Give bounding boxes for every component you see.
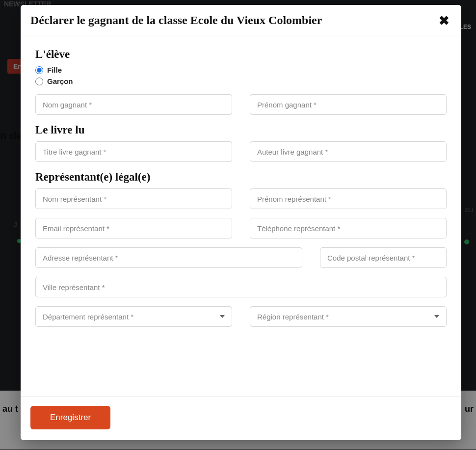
- section-rep-heading: Représentant(e) légal(e): [35, 171, 447, 184]
- modal-title: Déclarer le gagnant de la classe Ecole d…: [30, 14, 322, 27]
- modal-header: Déclarer le gagnant de la classe Ecole d…: [21, 5, 461, 35]
- rep-region-select[interactable]: Région représentant *: [250, 306, 447, 327]
- save-button[interactable]: Enregistrer: [30, 406, 110, 429]
- gender-radio-group: Fille Garçon: [35, 66, 447, 85]
- close-icon[interactable]: ✖: [439, 14, 450, 27]
- chevron-down-icon: [434, 315, 439, 318]
- section-book-heading: Le livre lu: [35, 124, 447, 136]
- rep-postal-input[interactable]: [320, 247, 447, 268]
- modal-footer: Enregistrer: [21, 397, 461, 440]
- student-firstname-input[interactable]: [250, 94, 447, 115]
- rep-dept-placeholder: Département représentant *: [43, 313, 133, 321]
- modal-body: L'élève Fille Garçon Le livre lu Représe…: [21, 35, 461, 397]
- radio-girl-input[interactable]: [35, 66, 43, 74]
- radio-boy-input[interactable]: [35, 78, 43, 85]
- rep-dept-select[interactable]: Département représentant *: [35, 306, 232, 327]
- rep-firstname-input[interactable]: [250, 188, 447, 209]
- chevron-down-icon: [220, 315, 225, 318]
- rep-region-placeholder: Région représentant *: [257, 313, 329, 321]
- radio-girl-label: Fille: [47, 66, 62, 74]
- radio-boy[interactable]: Garçon: [35, 77, 447, 85]
- winner-modal: Déclarer le gagnant de la classe Ecole d…: [21, 5, 461, 440]
- rep-address-input[interactable]: [35, 247, 302, 268]
- radio-boy-label: Garçon: [47, 77, 73, 85]
- rep-phone-input[interactable]: [250, 218, 447, 238]
- rep-city-input[interactable]: [35, 277, 447, 297]
- rep-email-input[interactable]: [35, 218, 232, 238]
- student-lastname-input[interactable]: [35, 94, 232, 115]
- book-author-input[interactable]: [250, 141, 447, 162]
- section-student-heading: L'élève: [35, 48, 447, 61]
- radio-girl[interactable]: Fille: [35, 66, 447, 74]
- rep-lastname-input[interactable]: [35, 188, 232, 209]
- book-title-input[interactable]: [35, 141, 232, 162]
